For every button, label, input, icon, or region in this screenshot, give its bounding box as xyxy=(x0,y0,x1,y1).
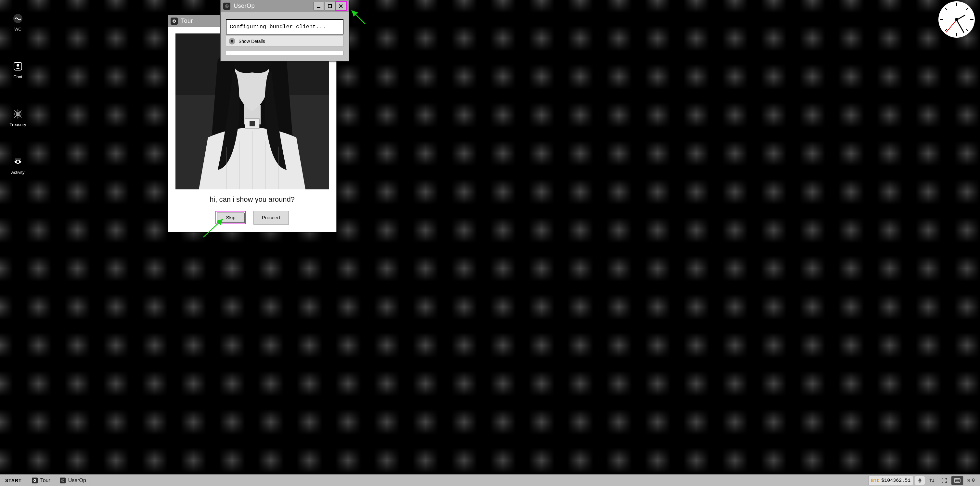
desktop-icon-chat[interactable]: Chat xyxy=(6,61,29,79)
annotation-arrow-close xyxy=(349,8,369,29)
skip-highlight: Skip xyxy=(215,211,246,224)
details-label: Show Details xyxy=(239,39,265,44)
tour-window-title: Tour xyxy=(181,17,193,24)
desktop-icon-label: Activity xyxy=(11,170,24,175)
svg-point-43 xyxy=(62,480,63,481)
userop-body: Configuring bundler client... 0 Show Det… xyxy=(221,12,348,61)
taskbar-task-userop[interactable]: UserOp xyxy=(55,475,91,486)
svg-point-32 xyxy=(225,5,228,8)
svg-rect-26 xyxy=(250,121,255,126)
desktop-icon-label: Chat xyxy=(13,75,22,79)
userop-titlebar[interactable]: UserOp xyxy=(221,0,348,12)
svg-line-16 xyxy=(966,8,968,10)
svg-point-9 xyxy=(17,160,19,163)
desktop-icon-wc[interactable]: WC xyxy=(6,13,29,32)
svg-rect-10 xyxy=(15,159,21,159)
svg-line-15 xyxy=(945,8,947,10)
svg-rect-44 xyxy=(955,478,960,483)
ticker-price: $104362.51 xyxy=(881,478,910,483)
svg-point-42 xyxy=(61,479,64,482)
userop-window-title: UserOp xyxy=(234,3,255,10)
tour-app-icon xyxy=(32,478,38,483)
taskbar-task-label: UserOp xyxy=(68,478,86,483)
activity-icon xyxy=(12,156,23,167)
show-details-button[interactable]: 0 Show Details xyxy=(226,36,344,47)
proceed-button[interactable]: Proceed xyxy=(253,211,289,224)
svg-rect-47 xyxy=(957,480,958,480)
clock-ticks xyxy=(939,1,975,38)
minimize-button[interactable] xyxy=(313,2,324,10)
svg-point-21 xyxy=(173,20,175,22)
ticker-btc[interactable]: BTC $104362.51 xyxy=(868,476,913,485)
userop-window: UserOp Configuring bundler client... 0 S… xyxy=(220,0,349,61)
chat-icon xyxy=(12,61,23,72)
treasury-icon xyxy=(12,108,23,119)
svg-rect-45 xyxy=(955,480,956,480)
tray-sort-icon[interactable] xyxy=(926,476,937,485)
svg-rect-46 xyxy=(956,480,957,480)
close-button[interactable] xyxy=(336,2,346,10)
svg-point-33 xyxy=(226,6,228,7)
shortcut-key: 0 xyxy=(972,478,975,483)
svg-line-38 xyxy=(352,10,365,24)
tour-button-row: Skip Proceed xyxy=(215,211,288,224)
ticker-symbol: BTC xyxy=(871,478,879,483)
userop-app-icon xyxy=(60,478,66,483)
maximize-button[interactable] xyxy=(325,2,335,10)
taskbar-task-tour[interactable]: Tour xyxy=(27,475,55,486)
desktop-icon-label: WC xyxy=(14,27,21,32)
tray-eth-icon[interactable] xyxy=(915,476,925,485)
tray-shortcut[interactable]: ⌘ 0 xyxy=(965,476,977,485)
taskbar: START Tour UserOp BTC $104362.51 ⌘ xyxy=(0,474,980,486)
userop-status-text: Configuring bundler client... xyxy=(226,19,344,35)
desktop-icon-activity[interactable]: Activity xyxy=(6,156,29,175)
svg-line-18 xyxy=(966,29,968,31)
wc-icon xyxy=(12,13,23,24)
shortcut-mod: ⌘ xyxy=(967,478,970,483)
desktop-icon-treasury[interactable]: Treasury xyxy=(6,108,29,127)
svg-point-2 xyxy=(17,64,19,67)
desktop-icon-label: Treasury xyxy=(10,122,26,127)
svg-point-19 xyxy=(955,18,958,21)
tour-app-icon xyxy=(170,17,178,25)
clock-widget[interactable] xyxy=(939,1,975,38)
svg-rect-50 xyxy=(956,481,959,481)
tour-prompt: hi, can i show you around? xyxy=(210,195,295,204)
svg-point-41 xyxy=(34,480,35,481)
details-count-badge: 0 xyxy=(229,38,235,44)
desktop-icons: WC Chat Treasury Activity xyxy=(6,13,29,175)
skip-button[interactable]: Skip xyxy=(217,213,244,222)
svg-rect-48 xyxy=(958,480,959,480)
window-controls xyxy=(313,2,346,10)
svg-rect-49 xyxy=(959,480,959,480)
tray-fullscreen-icon[interactable] xyxy=(939,476,950,485)
taskbar-spacer xyxy=(91,475,868,486)
userop-app-icon xyxy=(223,3,231,10)
svg-rect-35 xyxy=(328,5,331,8)
svg-line-17 xyxy=(945,29,947,31)
taskbar-task-label: Tour xyxy=(40,478,50,483)
start-button[interactable]: START xyxy=(0,475,27,486)
system-tray: BTC $104362.51 ⌘ 0 xyxy=(868,475,980,486)
tray-keyboard-icon[interactable] xyxy=(951,476,963,485)
progress-bar xyxy=(226,51,344,55)
